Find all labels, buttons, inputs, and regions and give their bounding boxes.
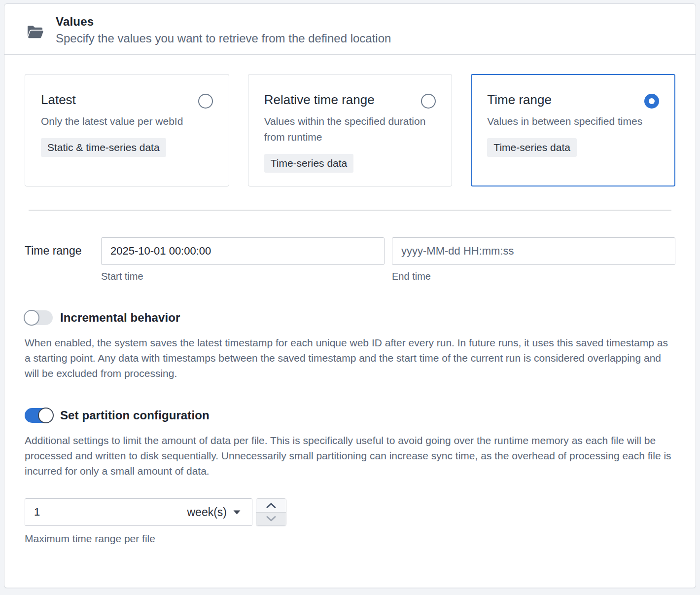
end-time-input[interactable]	[392, 237, 675, 265]
section-divider	[29, 210, 671, 211]
max-time-range-value-input[interactable]	[34, 506, 183, 519]
card-time-range-title: Time range	[487, 92, 552, 108]
chevron-down-icon	[266, 516, 277, 522]
panel-header: Values Specify the values you want to re…	[4, 4, 696, 55]
incremental-behavior-toggle[interactable]	[25, 310, 53, 325]
card-relative-time-range[interactable]: Relative time range Values within the sp…	[248, 74, 453, 186]
card-latest-title: Latest	[41, 92, 76, 108]
time-unit-label: week(s)	[187, 506, 227, 519]
caret-down-icon	[233, 510, 241, 515]
card-relative-badge: Time-series data	[264, 154, 354, 173]
value-mode-cards: Latest Only the latest value per webId S…	[25, 74, 675, 186]
card-time-range[interactable]: Time range Values in between specified t…	[471, 74, 675, 186]
card-relative-title: Relative time range	[264, 92, 375, 108]
time-unit-select[interactable]: week(s)	[183, 503, 245, 522]
card-time-range-badge: Time-series data	[487, 138, 577, 157]
incremental-behavior-row: Incremental behavior	[25, 310, 675, 325]
panel-subtitle: Specify the values you want to retrieve …	[56, 32, 391, 45]
card-latest[interactable]: Latest Only the latest value per webId S…	[25, 74, 229, 186]
folder-open-icon	[25, 22, 45, 41]
panel-title: Values	[56, 15, 391, 29]
max-time-range-helper: Maximum time range per file	[25, 533, 675, 545]
time-range-row: Time range Start time End time	[25, 237, 675, 282]
start-time-field: Start time	[101, 237, 385, 282]
chevron-up-icon	[266, 502, 277, 509]
partition-configuration-description: Additional settings to limit the amount …	[25, 433, 675, 479]
partition-configuration-label: Set partition configuration	[60, 409, 210, 422]
toggle-knob	[24, 310, 39, 326]
stepper-increment-button[interactable]	[256, 499, 286, 513]
radio-time-range-icon[interactable]	[644, 94, 659, 109]
end-time-helper: End time	[392, 271, 675, 282]
incremental-behavior-label: Incremental behavior	[60, 311, 180, 325]
max-time-range-input-group: week(s)	[25, 498, 252, 526]
start-time-helper: Start time	[101, 271, 385, 282]
partition-configuration-toggle[interactable]	[25, 408, 53, 423]
card-latest-description: Only the latest value per webId	[41, 113, 213, 129]
value-stepper	[256, 498, 286, 526]
time-range-label: Time range	[25, 237, 101, 282]
max-time-range-row: week(s)	[25, 498, 675, 526]
radio-relative-icon[interactable]	[421, 94, 436, 109]
panel-body: Latest Only the latest value per webId S…	[4, 55, 696, 545]
stepper-decrement-button[interactable]	[256, 513, 286, 526]
card-latest-badge: Static & time-series data	[41, 138, 166, 157]
card-relative-description: Values within the specified duration fro…	[264, 113, 436, 145]
end-time-field: End time	[392, 237, 675, 282]
card-time-range-description: Values in between specified times	[487, 113, 659, 129]
radio-latest-icon[interactable]	[198, 94, 213, 109]
start-time-input[interactable]	[101, 237, 385, 265]
toggle-knob	[38, 408, 54, 423]
header-text: Values Specify the values you want to re…	[56, 15, 391, 45]
partition-configuration-row: Set partition configuration	[25, 408, 675, 423]
incremental-behavior-description: When enabled, the system saves the lates…	[25, 335, 675, 381]
values-panel: Values Specify the values you want to re…	[4, 3, 696, 588]
